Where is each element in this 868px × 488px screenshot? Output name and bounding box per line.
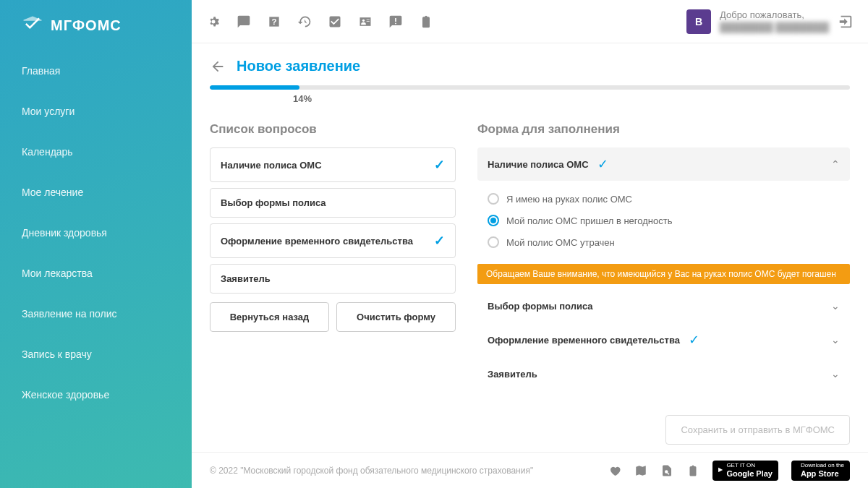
username: ████████ ████████ [720, 22, 829, 34]
sidebar-item-label: Женское здоровье [22, 389, 109, 401]
sidebar-item-label: Мое лечение [22, 187, 83, 198]
radio-label: Я имею на руках полис ОМС [506, 194, 632, 205]
form-section-label: Оформление временного свидетельства [488, 335, 680, 346]
check-icon: ✓ [434, 157, 445, 173]
questions-title: Список вопросов [210, 122, 456, 137]
sidebar-item-main[interactable]: Главная [0, 51, 192, 91]
question-label: Наличие полиса ОМС [221, 160, 322, 171]
sidebar-item-label: Главная [22, 65, 60, 77]
svg-text:?: ? [271, 17, 276, 26]
check-icon: ✓ [597, 156, 608, 172]
submit-button[interactable]: Сохранить и отправить в МГФОМС [665, 415, 850, 445]
page-title: Новое заявление [237, 58, 360, 74]
sidebar-item-calendar[interactable]: Календарь [0, 132, 192, 172]
svg-point-1 [362, 19, 365, 21]
play-icon: ▶ [718, 467, 723, 474]
sidebar: МГФОМС Главная Мои услуги Календарь Мое … [0, 0, 192, 488]
form-section-header[interactable]: Заявитель ⌄ [477, 359, 850, 388]
chevron-down-icon: ⌄ [831, 334, 840, 346]
question-item[interactable]: Оформление временного свидетельства ✓ [210, 223, 456, 258]
logout-icon[interactable] [838, 14, 854, 30]
radio-option[interactable]: Я имею на руках полис ОМС [488, 188, 840, 210]
avatar-letter: В [695, 16, 702, 27]
form-section-label: Выбор формы полиса [488, 301, 593, 312]
clipboard-icon[interactable] [686, 464, 699, 477]
sidebar-item-treatment[interactable]: Мое лечение [0, 172, 192, 213]
sidebar-item-label: Заявление на полис [22, 308, 117, 320]
app-store-badge[interactable]: Download on theApp Store [791, 461, 850, 481]
logo[interactable]: МГФОМС [0, 14, 192, 51]
form-section-label: Наличие полиса ОМС [488, 159, 589, 170]
help-icon[interactable]: ? [267, 14, 281, 29]
radio-option[interactable]: Мой полис ОМС утрачен [488, 231, 840, 253]
chevron-up-icon: ⌃ [831, 158, 840, 170]
store-small: GET IT ON [726, 463, 773, 469]
form-title: Форма для заполнения [477, 122, 850, 137]
progress-label: 14% [293, 93, 850, 104]
checklist-icon[interactable] [328, 14, 342, 29]
store-small: Download on the [801, 463, 844, 469]
check-icon: ✓ [689, 332, 699, 348]
avatar[interactable]: В [686, 9, 711, 34]
sidebar-item-medications[interactable]: Мои лекарства [0, 253, 192, 294]
contacts-icon[interactable] [358, 14, 373, 29]
radio-icon [488, 215, 499, 226]
google-play-badge[interactable]: ▶ GET IT ONGoogle Play [712, 461, 778, 481]
back-arrow-icon[interactable] [210, 59, 226, 74]
form-section-label: Заявитель [488, 369, 537, 380]
question-item[interactable]: Наличие полиса ОМС ✓ [210, 147, 456, 182]
copyright: © 2022 "Московский городской фонд обязат… [210, 466, 533, 476]
brand-name: МГФОМС [51, 17, 122, 34]
content: Новое заявление 14% Список вопросов Нали… [192, 43, 868, 452]
sidebar-item-label: Календарь [22, 146, 73, 158]
welcome-block: Добро пожаловать, ████████ ████████ [720, 9, 829, 34]
progress-bar: 14% [210, 85, 850, 104]
welcome-text: Добро пожаловать, [720, 9, 829, 22]
sidebar-item-health-diary[interactable]: Дневник здоровья [0, 213, 192, 253]
settings-icon[interactable] [206, 14, 221, 29]
form-section-header[interactable]: Оформление временного свидетельства ✓ ⌄ [477, 323, 850, 356]
history-icon[interactable] [297, 14, 312, 29]
radio-icon [488, 193, 499, 205]
store-big: Google Play [726, 469, 773, 478]
heart-icon[interactable] [608, 464, 621, 477]
sidebar-item-doctor-appointment[interactable]: Запись к врачу [0, 334, 192, 374]
radio-label: Мой полис ОМС пришел в негодность [506, 215, 672, 226]
feedback-icon[interactable] [388, 14, 403, 29]
map-icon[interactable] [634, 464, 647, 477]
radio-label: Мой полис ОМС утрачен [506, 237, 615, 248]
question-item[interactable]: Заявитель [210, 264, 456, 294]
footer: © 2022 "Московский городской фонд обязат… [192, 452, 868, 488]
question-label: Заявитель [221, 273, 271, 284]
sidebar-item-label: Дневник здоровья [22, 227, 107, 239]
radio-option[interactable]: Мой полис ОМС пришел в негодность [488, 210, 840, 231]
back-button[interactable]: Вернуться назад [210, 302, 329, 332]
sidebar-item-policy-application[interactable]: Заявление на полис [0, 294, 192, 334]
chevron-down-icon: ⌄ [831, 368, 840, 380]
logo-icon [22, 14, 43, 36]
clear-form-button[interactable]: Очистить форму [336, 302, 456, 332]
form-section-header[interactable]: Выбор формы полиса ⌄ [477, 291, 850, 320]
notice-banner: Обращаем Ваше внимание, что имеющийся у … [477, 264, 850, 284]
sidebar-item-womens-health[interactable]: Женское здоровье [0, 374, 192, 415]
chat-icon[interactable] [237, 14, 251, 29]
radio-icon [488, 236, 499, 248]
question-item[interactable]: Выбор формы полиса [210, 188, 456, 218]
question-label: Выбор формы полиса [221, 197, 326, 208]
question-label: Оформление временного свидетельства [221, 236, 413, 247]
chevron-down-icon: ⌄ [831, 300, 840, 312]
sidebar-item-label: Мои лекарства [22, 267, 93, 279]
sidebar-item-services[interactable]: Мои услуги [0, 91, 192, 132]
store-big: App Store [801, 469, 844, 478]
clipboard-icon[interactable] [419, 14, 433, 29]
form-section-header[interactable]: Наличие полиса ОМС ✓ ⌃ [477, 147, 850, 181]
sidebar-item-label: Мои услуги [22, 106, 75, 117]
check-icon: ✓ [434, 233, 445, 249]
search-doc-icon[interactable] [660, 464, 673, 477]
topbar: ? В Добро пожаловать, ████████ ████████ [192, 0, 868, 43]
sidebar-item-label: Запись к врачу [22, 348, 92, 360]
